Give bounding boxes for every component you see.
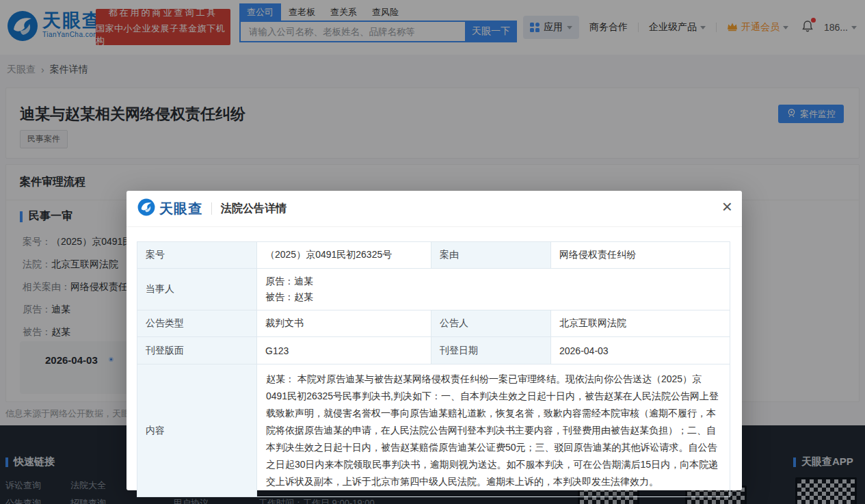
announcement-type-label: 公告类型 [137, 310, 257, 337]
tianyancha-swirl-icon [137, 198, 155, 219]
cause-value: 网络侵权责任纠纷 [551, 242, 730, 269]
parties-value: 原告：迪某 被告：赵某 [257, 269, 730, 310]
modal-header: 天眼查 法院公告详情 × [127, 191, 742, 227]
announcement-type-value: 裁判文书 [257, 310, 431, 337]
publish-date-label: 刊登日期 [431, 337, 551, 364]
publish-page-label: 刊登版面 [137, 337, 257, 364]
modal-title: 法院公告详情 [221, 202, 287, 216]
content-label: 内容 [137, 364, 257, 497]
table-row: 内容 赵某： 本院对原告迪某与被告赵某网络侵权责任纠纷一案已审理终结。现依法向你… [137, 364, 730, 497]
plaintiff-line: 原告：迪某 [265, 274, 721, 289]
announcement-table: 案号 （2025）京0491民初26325号 案由 网络侵权责任纠纷 当事人 原… [137, 241, 730, 497]
defendant-line: 被告：赵某 [265, 289, 721, 305]
court-announcement-modal: 天眼查 法院公告详情 × 案号 （2025）京0491民初26325号 案由 网… [127, 191, 742, 490]
table-row: 公告类型 裁判文书 公告人 北京互联网法院 [137, 310, 730, 337]
modal-brand-name: 天眼查 [159, 200, 202, 218]
parties-label: 当事人 [137, 269, 257, 310]
publish-date-value: 2026-04-03 [551, 337, 730, 364]
case-no-value: （2025）京0491民初26325号 [257, 242, 431, 269]
page: 天眼查 TianYanCha.com 都在用的商业查询工具 国家中小企业发展子基… [0, 0, 865, 504]
table-row: 当事人 原告：迪某 被告：赵某 [137, 269, 730, 310]
table-row: 案号 （2025）京0491民初26325号 案由 网络侵权责任纠纷 [137, 242, 730, 269]
table-row: 刊登版面 G123 刊登日期 2026-04-03 [137, 337, 730, 364]
divider [211, 202, 212, 215]
close-icon[interactable]: × [722, 198, 732, 215]
announcer-value: 北京互联网法院 [551, 310, 730, 337]
cause-label: 案由 [431, 242, 551, 269]
announcer-label: 公告人 [431, 310, 551, 337]
publish-page-value: G123 [257, 337, 431, 364]
content-value: 赵某： 本院对原告迪某与被告赵某网络侵权责任纠纷一案已审理终结。现依法向你公告送… [257, 364, 730, 497]
case-no-label: 案号 [137, 242, 257, 269]
